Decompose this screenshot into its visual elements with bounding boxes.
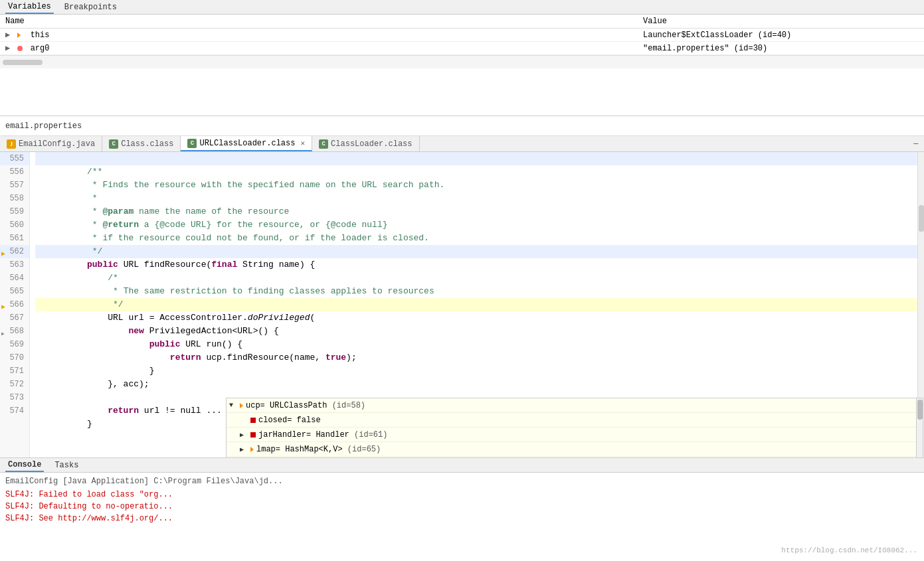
line-num-565: 565 xyxy=(0,285,29,298)
top-tabs: Variables Breakpoints xyxy=(0,0,924,15)
line-numbers: 555 556 557 558 559 560 561 ▶562 563 564… xyxy=(0,152,30,457)
editor-vscroll-thumb[interactable] xyxy=(919,205,924,232)
code-line-566: URL url = AccessController.doPrivileged( xyxy=(35,298,917,311)
line-num-560: 560 xyxy=(0,218,29,232)
kw-true-569: true xyxy=(325,353,346,362)
line-num-569: 569 xyxy=(0,338,29,351)
popup-detail-jarhandler: (id=61) xyxy=(354,430,387,440)
console-line-2: SLF4J: See http://www.slf4j.org/... xyxy=(5,513,919,524)
popup-content: ▼ ucp= URLClassPath (id=58) closed= fals… xyxy=(227,398,917,457)
expand-jarhandler[interactable]: ▶ xyxy=(240,431,248,439)
line-num-564: 564 xyxy=(0,272,29,285)
var-value-this: Launcher$ExtClassLoader (id=40) xyxy=(638,29,924,42)
sq-icon-jarhandler xyxy=(250,432,256,438)
variables-panel: Variables Breakpoints Name Value ▶ this … xyxy=(0,0,924,116)
line-num-563: 563 xyxy=(0,258,29,272)
line-num-558: 558 xyxy=(0,192,29,205)
code-line-556: * Finds the resource with the specified … xyxy=(35,165,917,179)
tab-urlclassloader-close[interactable]: ✕ xyxy=(300,139,305,147)
console-tabs: Console Tasks xyxy=(0,458,924,473)
tab-emailconfig[interactable]: J EmailConfig.java xyxy=(0,136,102,151)
code-line-564: * The same restriction to finding classe… xyxy=(35,272,917,285)
line-num-571: 571 xyxy=(0,364,29,378)
code-text-565: */ xyxy=(66,299,124,309)
popup-scroll-thumb[interactable] xyxy=(917,400,918,420)
variables-table: Name Value ▶ this Launcher$ExtClassLoade… xyxy=(0,15,924,55)
popup-label-ucp: ucp= URLClassPath xyxy=(246,401,327,410)
file-properties-label: email.properties xyxy=(5,121,82,131)
popup-label-lmap: lmap= HashMap<K,V> xyxy=(256,445,343,454)
var-value-arg0: "email.properties" (id=30) xyxy=(638,42,924,55)
table-row: ▶ arg0 "email.properties" (id=30) xyxy=(0,42,924,55)
tab-urlclassloader[interactable]: C URLClassLoader.class ✕ xyxy=(181,136,312,151)
expand-closed xyxy=(240,416,248,424)
popup-row-jarhandler[interactable]: ▶ jarHandler= Handler (id=61) xyxy=(227,428,917,442)
h-scrollbar-area xyxy=(0,55,924,68)
popup-row-loaders[interactable]: ▶ loaders= ArrayList<E> (id=69) xyxy=(227,457,917,457)
line-num-566: ▶566 xyxy=(0,298,29,311)
expand-this[interactable]: ▶ xyxy=(5,31,10,40)
popup-row-ucp[interactable]: ▼ ucp= URLClassPath (id=58) xyxy=(227,398,917,413)
code-text-561: */ xyxy=(66,246,103,256)
code-line-571: }, acc); xyxy=(35,364,917,378)
popup-scrollbar[interactable] xyxy=(916,398,917,457)
col-value: Value xyxy=(638,15,924,29)
expand-ucp[interactable]: ▼ xyxy=(229,402,237,410)
code-text-559: * @return a {@code URL} for the resource… xyxy=(66,220,388,230)
tab-breakpoints[interactable]: Breakpoints xyxy=(62,1,120,13)
popup-detail-ucp: (id=58) xyxy=(332,401,365,410)
code-text-557: * xyxy=(66,193,98,203)
tab-urlclassloader-label: URLClassLoader.class xyxy=(199,139,295,148)
editor-area: 555 556 557 558 559 560 561 ▶562 563 564… xyxy=(0,152,924,457)
table-row: ▶ this Launcher$ExtClassLoader (id=40) xyxy=(0,29,924,42)
code-text-563: /* xyxy=(66,273,118,283)
line-num-562: ▶562 xyxy=(0,245,29,258)
expand-lmap[interactable]: ▶ xyxy=(240,445,248,453)
line-num-557: 557 xyxy=(0,179,29,192)
code-line-555: /** xyxy=(35,152,917,165)
popup-row-lmap[interactable]: ▶ lmap= HashMap<K,V> (id=65) xyxy=(227,442,917,457)
expand-arg0[interactable]: ▶ xyxy=(5,44,10,53)
popup-label-jarhandler: jarHandler= Handler xyxy=(258,430,349,440)
watermark: https://blog.csdn.net/IO8062... xyxy=(781,546,917,554)
code-content[interactable]: /** * Finds the resource with the specif… xyxy=(30,152,917,457)
col-name: Name xyxy=(0,15,638,29)
java-icon: J xyxy=(7,139,16,149)
tab-console[interactable]: Console xyxy=(5,459,44,472)
console-line-0: SLF4J: Failed to load class "org... xyxy=(5,489,919,501)
tri-icon-lmap xyxy=(250,447,254,452)
h-scrollbar[interactable] xyxy=(3,60,43,65)
tab-classclass-label: Class.class xyxy=(121,139,173,149)
tri-icon-ucp xyxy=(240,403,243,408)
code-line-572 xyxy=(35,378,917,391)
hover-popup: ▼ ucp= URLClassPath (id=58) closed= fals… xyxy=(226,398,917,457)
minimize-button[interactable]: − xyxy=(908,136,924,151)
line-num-574: 574 xyxy=(0,404,29,418)
kw-public-568: public xyxy=(149,339,181,349)
kw-return-569: return xyxy=(170,353,201,362)
tab-variables[interactable]: Variables xyxy=(5,1,54,14)
editor-tabs: J EmailConfig.java C Class.class C URLCl… xyxy=(0,136,924,152)
class-icon-2: C xyxy=(187,139,197,148)
tab-emailconfig-label: EmailConfig.java xyxy=(19,139,95,149)
tab-classloader[interactable]: C ClassLoader.class xyxy=(312,136,419,151)
line-num-568: ▶568 xyxy=(0,325,29,338)
code-text-560: * if the resource could not be found, or… xyxy=(66,233,429,243)
line-num-573: 573 xyxy=(0,391,29,404)
code-line-562: public URL findResource(final String nam… xyxy=(35,245,917,258)
line-num-559: 559 xyxy=(0,205,29,218)
tab-tasks[interactable]: Tasks xyxy=(52,459,81,471)
console-content: EmailConfig [Java Application] C:\Progra… xyxy=(0,473,924,527)
tab-classclass[interactable]: C Class.class xyxy=(102,136,181,151)
tab-spacer xyxy=(420,136,908,151)
kw-public-562: public xyxy=(87,260,118,270)
triangle-icon xyxy=(17,33,23,38)
class-icon-3: C xyxy=(319,139,328,149)
line-num-555: 555 xyxy=(0,152,29,165)
code-text-564: * The same restriction to finding classe… xyxy=(66,286,434,296)
code-text-558: * @param name the name of the resource xyxy=(66,206,289,216)
console-app-label: EmailConfig [Java Application] C:\Progra… xyxy=(5,475,919,487)
popup-row-closed: closed= false xyxy=(227,413,917,428)
code-text-556: * Finds the resource with the specified … xyxy=(66,180,445,190)
var-name-arg0: ▶ arg0 xyxy=(0,42,638,55)
